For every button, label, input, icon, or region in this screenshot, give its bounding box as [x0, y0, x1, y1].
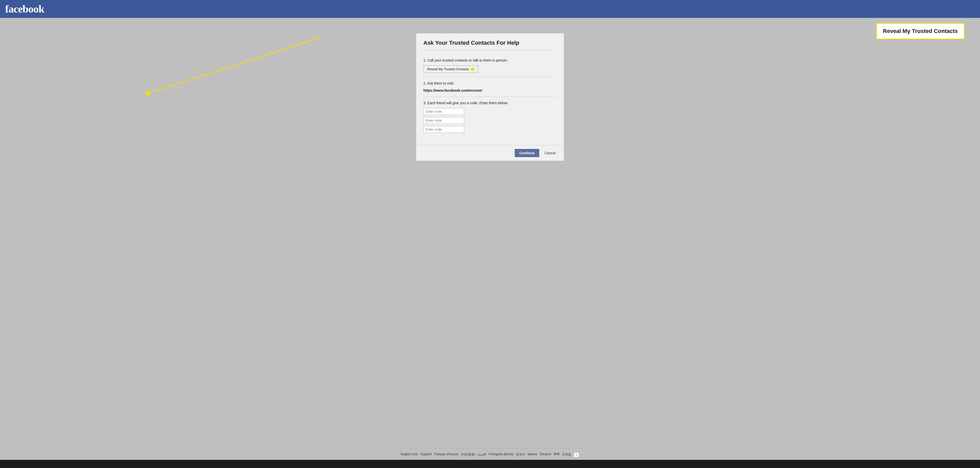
step-2-section: 2. Ask them to visit: https://www.facebo… — [423, 77, 557, 97]
facebook-logo: facebook — [5, 3, 44, 15]
dialog-inner: Ask Your Trusted Contacts For Help 1. Ca… — [416, 34, 564, 145]
code-input-1[interactable] — [423, 108, 464, 115]
code-input-2[interactable] — [423, 117, 464, 124]
language-link-4[interactable]: العربية — [478, 452, 486, 457]
annotation-box: Reveal My Trusted Contacts — [876, 23, 965, 39]
footer: English (US)EspañolFrançais (France)中文(简… — [0, 448, 980, 460]
step-3-section: 3. Each friend will give you a code. Ent… — [423, 97, 557, 139]
dialog-title: Ask Your Trusted Contacts For Help — [423, 40, 557, 50]
dialog-footer: Continue Cancel — [416, 145, 564, 161]
yellow-dot-indicator — [471, 67, 474, 71]
step-3-text: 3. Each friend will give you a code. Ent… — [423, 101, 557, 105]
step-2-text: 2. Ask them to visit: — [423, 81, 557, 85]
continue-button[interactable]: Continue — [515, 149, 539, 157]
language-link-2[interactable]: Français (France) — [434, 452, 458, 457]
language-link-3[interactable]: 中文(简体) — [461, 452, 475, 457]
language-link-1[interactable]: Español — [421, 452, 431, 457]
reveal-trusted-contacts-button[interactable]: Reveal My Trusted Contacts — [423, 65, 478, 73]
recovery-url: https://www.facebook.com/recover — [423, 88, 557, 93]
language-link-0[interactable]: English (US) — [401, 452, 418, 457]
reveal-button-label: Reveal My Trusted Contacts — [427, 67, 469, 71]
language-link-8[interactable]: Deutsch — [540, 452, 551, 457]
code-input-3[interactable] — [423, 126, 464, 133]
taskbar — [0, 460, 980, 468]
step-1-section: 1. Call your trusted contacts or talk to… — [423, 54, 557, 77]
annotation-label: Reveal My Trusted Contacts — [883, 28, 958, 34]
dialog: Ask Your Trusted Contacts For Help 1. Ca… — [416, 33, 564, 161]
language-link-9[interactable]: हिन्दी — [554, 452, 559, 457]
cancel-button[interactable]: Cancel — [541, 149, 558, 157]
language-link-5[interactable]: Português (Brasil) — [489, 452, 513, 457]
language-links: English (US)EspañolFrançais (France)中文(简… — [0, 452, 980, 457]
language-link-6[interactable]: 한국어 — [516, 452, 525, 457]
svg-point-1 — [146, 91, 150, 96]
language-plus-button[interactable]: + — [574, 452, 579, 457]
svg-line-0 — [148, 37, 321, 93]
header: facebook — [0, 0, 980, 18]
language-link-10[interactable]: 日本語 — [562, 452, 571, 457]
step-1-text: 1. Call your trusted contacts or talk to… — [423, 58, 557, 62]
main-content: Reveal My Trusted Contacts Ask Your Trus… — [0, 18, 980, 448]
language-link-7[interactable]: Italiano — [528, 452, 538, 457]
